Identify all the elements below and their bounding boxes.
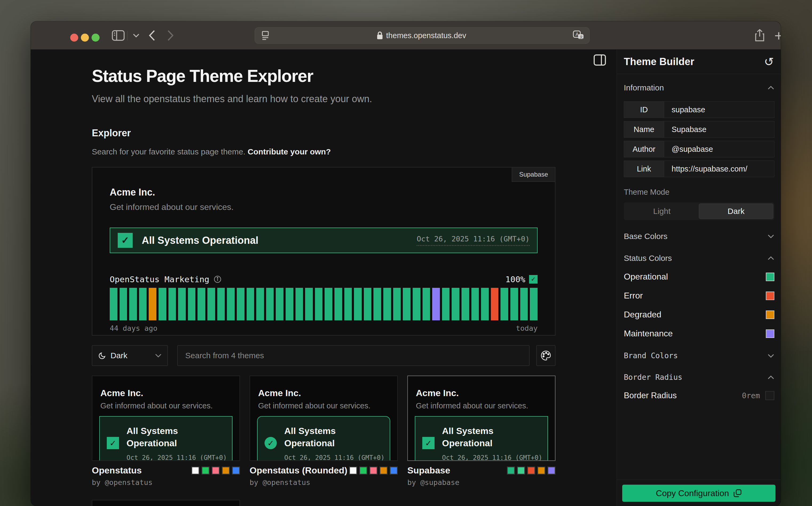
tracker-bar-operational[interactable] [344, 288, 352, 320]
color-swatch [192, 467, 199, 475]
close-window-button[interactable] [70, 33, 78, 41]
section-brand-colors[interactable]: Brand Colors [624, 351, 774, 360]
card-site-name: Acme Inc. [408, 376, 555, 398]
tracker-bar-operational[interactable] [520, 288, 528, 320]
sidebar-chevron-icon[interactable] [133, 21, 140, 50]
tracker-bar-operational[interactable] [227, 288, 235, 320]
tracker-bar-operational[interactable] [403, 288, 411, 320]
tracker-bar-operational[interactable] [373, 288, 381, 320]
tracker-bar-operational[interactable] [335, 288, 342, 320]
translate-icon[interactable]: A 文 [573, 30, 584, 40]
tracker-bar-operational[interactable] [217, 288, 225, 320]
card-site-tagline: Get informed about our services. [92, 398, 239, 410]
zoom-window-button[interactable] [91, 33, 99, 41]
theme-card-supabase[interactable]: Acme Inc. Get informed about our service… [407, 375, 556, 487]
theme-mode-label: Theme Mode [624, 188, 774, 196]
color-swatch [212, 467, 220, 475]
field-value[interactable]: supabase [664, 102, 774, 117]
section-information[interactable]: Information [624, 83, 774, 92]
tracker-bar-operational[interactable] [305, 288, 313, 320]
tracker-bar-operational[interactable] [295, 288, 303, 320]
tracker-bar-operational[interactable] [530, 288, 538, 320]
theme-swatches [192, 467, 240, 475]
tracker-bar-operational[interactable] [120, 288, 127, 320]
color-picker-error[interactable] [766, 291, 774, 300]
page-settings-icon[interactable] [261, 30, 270, 40]
field-value[interactable]: @supabase [664, 141, 774, 157]
tracker-bar-operational[interactable] [198, 288, 205, 320]
search-input[interactable] [177, 345, 530, 366]
theme-card-openstatus-rounded[interactable]: Acme Inc. Get informed about our service… [249, 375, 398, 487]
theme-mode-light[interactable]: Light [625, 203, 699, 219]
mode-dropdown[interactable]: Dark [92, 345, 168, 366]
field-name[interactable]: Name Supabase [624, 121, 774, 138]
tracker-bar-error[interactable] [491, 288, 499, 320]
tracker-bar-operational[interactable] [276, 288, 284, 320]
tracker-bar-operational[interactable] [423, 288, 430, 320]
tracker-bar-operational[interactable] [501, 288, 508, 320]
color-picker-maintenance[interactable] [766, 329, 774, 338]
field-value[interactable]: https://supabase.com/ [664, 161, 774, 177]
panel-toggle-icon[interactable] [594, 55, 606, 66]
tracker-bar-operational[interactable] [207, 288, 215, 320]
tracker-bar-operational[interactable] [461, 288, 469, 320]
tracker-bar-operational[interactable] [471, 288, 479, 320]
tracker-bar-operational[interactable] [393, 288, 401, 320]
field-author[interactable]: Author @supabase [624, 141, 774, 157]
tracker-bar-operational[interactable] [110, 288, 118, 320]
tracker-bar-operational[interactable] [354, 288, 362, 320]
new-tab-button[interactable]: + [774, 21, 781, 50]
back-button[interactable] [148, 21, 156, 50]
field-value[interactable]: Supabase [664, 121, 774, 137]
theme-mode-dark[interactable]: Dark [699, 203, 773, 219]
url-text: themes.openstatus.dev [386, 31, 466, 40]
tracker-bar-operational[interactable] [452, 288, 459, 320]
section-base-colors[interactable]: Base Colors [624, 232, 774, 241]
tracker-bar-degraded[interactable] [149, 288, 156, 320]
palette-button[interactable] [536, 345, 556, 366]
tracker-bar-maintenance[interactable] [432, 288, 440, 320]
forward-button[interactable] [167, 21, 174, 50]
theme-preview-card: Supabase Acme Inc. Get informed about ou… [92, 167, 556, 336]
copy-configuration-button[interactable]: Copy Configuration [622, 485, 776, 502]
sidebar-toggle-icon[interactable] [112, 21, 125, 50]
color-picker-operational[interactable] [766, 273, 774, 281]
tracker-bar-operational[interactable] [129, 288, 137, 320]
tracker-bar-operational[interactable] [256, 288, 264, 320]
info-icon[interactable] [214, 275, 222, 283]
tracker-bar-operational[interactable] [324, 288, 332, 320]
theme-card-partial[interactable]: Acme Inc. Get informed about our service… [92, 500, 240, 506]
tracker-bar-operational[interactable] [178, 288, 186, 320]
field-link[interactable]: Link https://supabase.com/ [624, 161, 774, 177]
tracker-bar-operational[interactable] [383, 288, 391, 320]
tracker-bar-operational[interactable] [159, 288, 166, 320]
theme-card-openstatus[interactable]: Acme Inc. Get informed about our service… [92, 375, 240, 487]
tracker-bar-operational[interactable] [364, 288, 372, 320]
section-status-colors[interactable]: Status Colors [624, 254, 774, 263]
address-bar[interactable]: themes.openstatus.dev A 文 [255, 27, 590, 44]
tracker-bar-operational[interactable] [510, 288, 518, 320]
tracker-bar-operational[interactable] [315, 288, 323, 320]
card-status-text: All Systems Operational [127, 425, 215, 449]
tracker-bar-operational[interactable] [481, 288, 489, 320]
tracker-bar-operational[interactable] [237, 288, 244, 320]
tracker-bar-operational[interactable] [266, 288, 274, 320]
color-swatch [527, 467, 535, 475]
share-icon[interactable] [755, 21, 765, 50]
tracker-bar-operational[interactable] [286, 288, 293, 320]
contribute-link[interactable]: Contribute your own? [248, 147, 331, 156]
tracker-bar-operational[interactable] [442, 288, 450, 320]
status-banner-timestamp[interactable]: Oct 26, 2025 11:16 (GMT+0) [417, 235, 530, 246]
reset-icon[interactable]: ↺ [764, 56, 774, 68]
border-radius-input[interactable] [765, 391, 774, 400]
color-picker-degraded[interactable] [766, 311, 774, 319]
tracker-bar-operational[interactable] [247, 288, 254, 320]
tracker-bar-operational[interactable] [139, 288, 147, 320]
field-id[interactable]: ID supabase [624, 101, 774, 118]
minimize-window-button[interactable] [81, 33, 89, 41]
tracker-bar-operational[interactable] [168, 288, 176, 320]
section-border-radius[interactable]: Border Radius [624, 373, 774, 382]
tracker-bar-operational[interactable] [188, 288, 196, 320]
tracker-bar-operational[interactable] [413, 288, 421, 320]
chevron-down-icon [767, 354, 774, 358]
